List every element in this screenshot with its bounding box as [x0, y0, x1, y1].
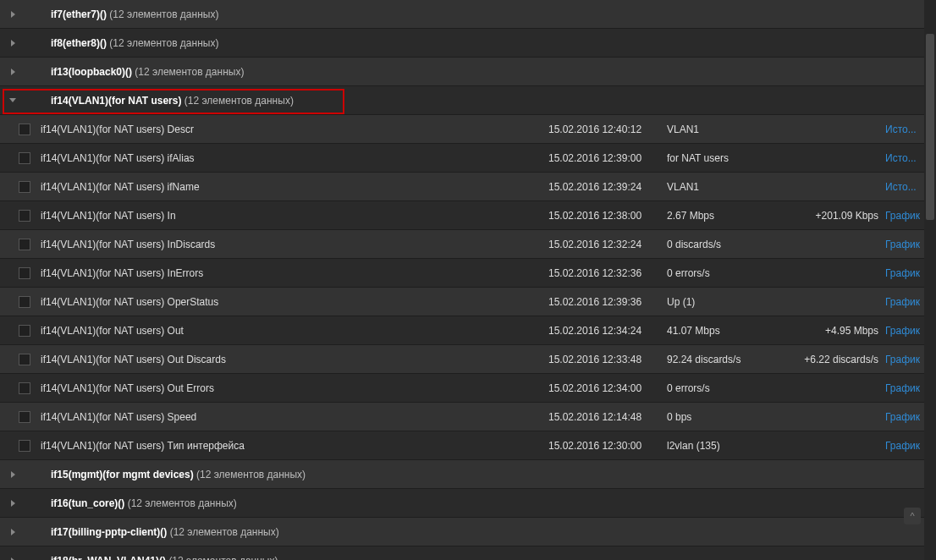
- item-checkbox[interactable]: [19, 354, 30, 365]
- vertical-scrollbar[interactable]: [924, 0, 936, 560]
- chevron-right-icon[interactable]: [11, 471, 15, 478]
- item-value: 92.24 discards/s: [667, 354, 785, 365]
- group-name: if13(loopback0)() (12 элементов данных): [51, 66, 559, 78]
- group-row[interactable]: if14(VLAN1)(for NAT users) (12 элементов…: [0, 86, 936, 115]
- item-delta: +6.22 discards/s: [785, 354, 885, 365]
- item-row: if14(VLAN1)(for NAT users) ifAlias15.02.…: [0, 144, 936, 173]
- item-action-link[interactable]: График: [885, 440, 920, 452]
- group-name: if16(tun_core)() (12 элементов данных): [51, 497, 559, 509]
- item-name[interactable]: if14(VLAN1)(for NAT users) Speed: [32, 411, 548, 423]
- item-name[interactable]: if14(VLAN1)(for NAT users) Тип интерфейс…: [32, 440, 548, 452]
- group-name: if14(VLAN1)(for NAT users) (12 элементов…: [51, 95, 559, 107]
- item-action-link[interactable]: График: [885, 382, 920, 394]
- group-row[interactable]: if15(mgmt)(for mgmt devices) (12 элемент…: [0, 460, 936, 489]
- item-row: if14(VLAN1)(for NAT users) Out15.02.2016…: [0, 316, 936, 345]
- item-value: 0 discards/s: [667, 239, 785, 250]
- item-action-link[interactable]: График: [885, 296, 920, 308]
- item-action-link[interactable]: График: [885, 325, 920, 337]
- chevron-down-icon[interactable]: [9, 98, 16, 102]
- item-action-link[interactable]: График: [885, 267, 920, 279]
- group-row[interactable]: if8(ether8)() (12 элементов данных): [0, 29, 936, 58]
- item-value: 0 errors/s: [667, 382, 785, 394]
- item-row: if14(VLAN1)(for NAT users) InDiscards15.…: [0, 230, 936, 259]
- item-row: if14(VLAN1)(for NAT users) In15.02.2016 …: [0, 201, 936, 230]
- item-checkbox[interactable]: [19, 440, 30, 452]
- item-name[interactable]: if14(VLAN1)(for NAT users) InDiscards: [32, 239, 548, 250]
- item-checkbox[interactable]: [19, 325, 30, 337]
- item-timestamp: 15.02.2016 12:40:12: [548, 124, 667, 135]
- item-action-link[interactable]: Исто...: [885, 181, 917, 193]
- item-timestamp: 15.02.2016 12:38:00: [548, 210, 667, 222]
- item-timestamp: 15.02.2016 12:39:24: [548, 181, 667, 193]
- item-value: for NAT users: [667, 152, 785, 164]
- item-row: if14(VLAN1)(for NAT users) InErrors15.02…: [0, 259, 936, 288]
- item-delta: +201.09 Kbps: [785, 210, 885, 222]
- chevron-right-icon[interactable]: [11, 11, 15, 18]
- item-checkbox[interactable]: [19, 382, 30, 394]
- item-action-link[interactable]: График: [885, 411, 920, 423]
- group-name: if18(br_WAN_VLAN41)() (12 элементов данн…: [51, 555, 559, 561]
- item-name[interactable]: if14(VLAN1)(for NAT users) Descr: [32, 124, 548, 135]
- item-action-link[interactable]: Исто...: [885, 124, 917, 135]
- group-row[interactable]: if13(loopback0)() (12 элементов данных): [0, 58, 936, 86]
- back-to-top-button[interactable]: ^: [904, 508, 921, 524]
- chevron-right-icon[interactable]: [11, 69, 15, 75]
- item-row: if14(VLAN1)(for NAT users) Out Discards1…: [0, 345, 936, 374]
- item-checkbox[interactable]: [19, 296, 30, 308]
- item-row: if14(VLAN1)(for NAT users) Descr15.02.20…: [0, 115, 936, 144]
- item-checkbox[interactable]: [19, 210, 30, 222]
- item-timestamp: 15.02.2016 12:39:36: [548, 296, 667, 308]
- item-action-link[interactable]: График: [885, 354, 920, 365]
- group-row[interactable]: if7(ether7)() (12 элементов данных): [0, 0, 936, 29]
- item-value: 2.67 Mbps: [667, 210, 785, 222]
- item-name[interactable]: if14(VLAN1)(for NAT users) ifAlias: [32, 152, 548, 164]
- item-action-link[interactable]: Исто...: [885, 152, 917, 164]
- group-row[interactable]: if16(tun_core)() (12 элементов данных): [0, 489, 936, 518]
- item-name[interactable]: if14(VLAN1)(for NAT users) Out Discards: [32, 354, 548, 365]
- item-name[interactable]: if14(VLAN1)(for NAT users) InErrors: [32, 267, 548, 279]
- item-checkbox[interactable]: [19, 239, 30, 250]
- item-checkbox[interactable]: [19, 152, 30, 164]
- item-checkbox[interactable]: [19, 124, 30, 135]
- item-name[interactable]: if14(VLAN1)(for NAT users) Out Errors: [32, 382, 548, 394]
- chevron-right-icon[interactable]: [11, 557, 15, 561]
- item-timestamp: 15.02.2016 12:39:00: [548, 152, 667, 164]
- item-value: VLAN1: [667, 181, 785, 193]
- item-checkbox[interactable]: [19, 181, 30, 193]
- scrollbar-thumb[interactable]: [926, 34, 934, 220]
- group-name: if8(ether8)() (12 элементов данных): [51, 37, 559, 49]
- item-timestamp: 15.02.2016 12:14:48: [548, 411, 667, 423]
- item-row: if14(VLAN1)(for NAT users) Out Errors15.…: [0, 374, 936, 403]
- group-row[interactable]: if17(billing-pptp-client)() (12 элементо…: [0, 518, 936, 546]
- item-timestamp: 15.02.2016 12:34:00: [548, 382, 667, 394]
- group-name: if17(billing-pptp-client)() (12 элементо…: [51, 526, 559, 538]
- item-checkbox[interactable]: [19, 267, 30, 279]
- item-name[interactable]: if14(VLAN1)(for NAT users) Out: [32, 325, 548, 337]
- item-timestamp: 15.02.2016 12:33:48: [548, 354, 667, 365]
- item-timestamp: 15.02.2016 12:30:00: [548, 440, 667, 452]
- item-name[interactable]: if14(VLAN1)(for NAT users) In: [32, 210, 548, 222]
- item-delta: +4.95 Mbps: [785, 325, 885, 337]
- group-row[interactable]: if18(br_WAN_VLAN41)() (12 элементов данн…: [0, 546, 936, 560]
- item-row: if14(VLAN1)(for NAT users) Тип интерфейс…: [0, 431, 936, 460]
- item-action-link[interactable]: График: [885, 239, 920, 250]
- item-timestamp: 15.02.2016 12:32:24: [548, 239, 667, 250]
- item-action-link[interactable]: График: [885, 210, 920, 222]
- item-value: VLAN1: [667, 124, 785, 135]
- item-name[interactable]: if14(VLAN1)(for NAT users) OperStatus: [32, 296, 548, 308]
- item-name[interactable]: if14(VLAN1)(for NAT users) ifName: [32, 181, 548, 193]
- item-timestamp: 15.02.2016 12:34:24: [548, 325, 667, 337]
- item-timestamp: 15.02.2016 12:32:36: [548, 267, 667, 279]
- item-value: l2vlan (135): [667, 440, 785, 452]
- item-value: 0 errors/s: [667, 267, 785, 279]
- chevron-right-icon[interactable]: [11, 529, 15, 535]
- item-checkbox[interactable]: [19, 411, 30, 423]
- item-value: Up (1): [667, 296, 785, 308]
- chevron-right-icon[interactable]: [11, 500, 15, 507]
- data-list: if7(ether7)() (12 элементов данных)if8(e…: [0, 0, 936, 560]
- item-row: if14(VLAN1)(for NAT users) Speed15.02.20…: [0, 403, 936, 431]
- item-value: 0 bps: [667, 411, 785, 423]
- group-name: if15(mgmt)(for mgmt devices) (12 элемент…: [51, 469, 559, 480]
- group-name: if7(ether7)() (12 элементов данных): [51, 8, 559, 20]
- chevron-right-icon[interactable]: [11, 40, 15, 47]
